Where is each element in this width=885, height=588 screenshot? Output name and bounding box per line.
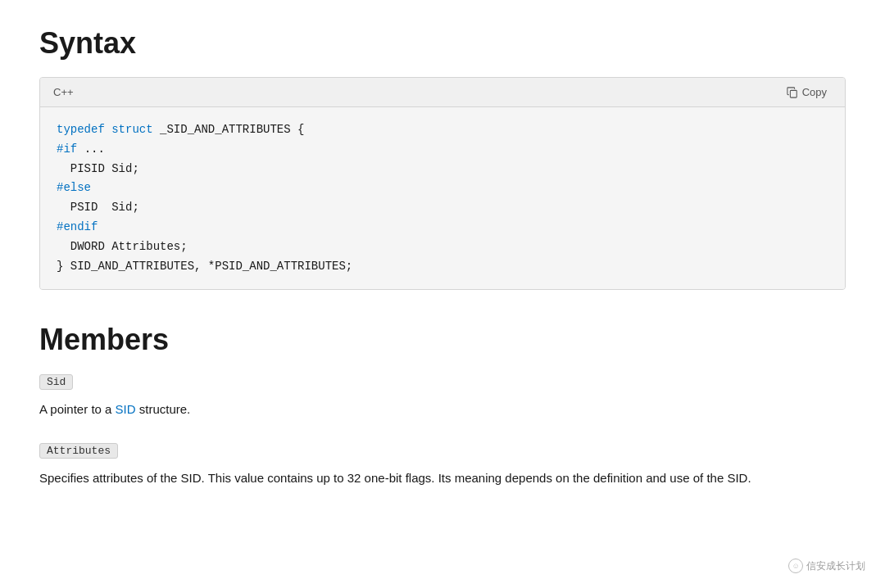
members-section: Members Sid A pointer to a SID structure…: [39, 323, 846, 488]
watermark-text: 信安成长计划: [806, 559, 865, 573]
copy-label: Copy: [802, 86, 827, 98]
syntax-heading: Syntax: [39, 26, 846, 61]
member-sid: Sid A pointer to a SID structure.: [39, 373, 846, 419]
member-attributes: Attributes Specifies attributes of the S…: [39, 442, 846, 488]
member-attributes-description: Specifies attributes of the SID. This va…: [39, 468, 846, 488]
member-sid-badge: Sid: [39, 374, 73, 390]
code-language-label: C++: [53, 86, 74, 98]
members-heading: Members: [39, 323, 846, 357]
sid-link[interactable]: SID: [116, 402, 136, 416]
member-sid-description: A pointer to a SID structure.: [39, 400, 846, 419]
copy-button[interactable]: Copy: [782, 84, 832, 100]
code-content: typedef struct _SID_AND_ATTRIBUTES { #if…: [40, 107, 845, 289]
watermark: ☺ 信安成长计划: [788, 559, 865, 573]
code-block: C++ Copy typedef struct _SID_AND_ATTRIBU…: [39, 77, 846, 290]
member-attributes-badge: Attributes: [39, 443, 118, 459]
svg-rect-0: [790, 90, 796, 97]
code-block-header: C++ Copy: [40, 78, 845, 107]
watermark-icon: ☺: [788, 559, 803, 573]
copy-icon: [787, 87, 798, 98]
